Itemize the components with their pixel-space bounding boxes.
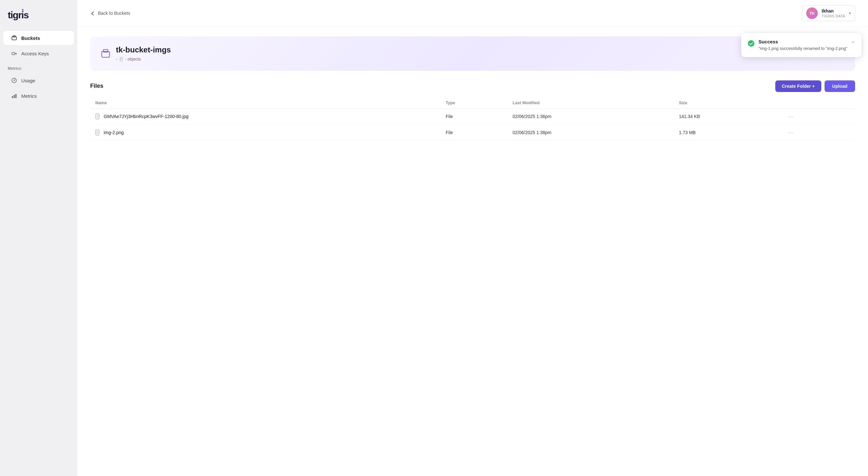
sidebar: tigr i s Buckets Access Keys Metrics bbox=[0, 0, 77, 476]
back-link-label: Back to Buckets bbox=[98, 11, 130, 16]
bucket-card-icon bbox=[100, 48, 111, 59]
metrics-section-label: Metrics bbox=[0, 61, 77, 73]
main-content: Back to Buckets TK tkhan TIGRIS DATA ▾ bbox=[77, 0, 868, 476]
user-name: tkhan bbox=[822, 8, 845, 14]
breadcrumb-objects: - objects bbox=[125, 57, 141, 61]
metrics-icon bbox=[11, 93, 18, 99]
file-last-modified: 02/06/2025 1:36pm bbox=[507, 108, 674, 125]
bucket-header-card: tk-bucket-imgs - - objects bbox=[90, 36, 855, 71]
svg-rect-2 bbox=[12, 53, 15, 55]
file-icon bbox=[95, 130, 100, 136]
file-icon bbox=[95, 113, 100, 120]
toast-content: Success "img-1.png successfully renamed … bbox=[758, 39, 847, 52]
toast-message: "img-1.png successfully renamed to "img-… bbox=[758, 46, 847, 52]
sidebar-item-buckets[interactable]: Buckets bbox=[3, 31, 74, 45]
file-name: GMVAe7JYj3HbnRcpK3wvFF-1200-80.jpg bbox=[104, 114, 189, 119]
file-size: 1.73 MB bbox=[674, 125, 780, 141]
usage-icon bbox=[11, 77, 18, 83]
svg-rect-8 bbox=[12, 96, 13, 98]
col-actions bbox=[780, 97, 855, 109]
toast-success-icon bbox=[748, 39, 755, 47]
file-actions-menu-button[interactable]: ··· bbox=[785, 128, 797, 137]
bucket-name: tk-bucket-imgs bbox=[116, 45, 171, 54]
svg-rect-9 bbox=[14, 95, 15, 98]
files-section: Files Create Folder + Upload Name Type L… bbox=[90, 80, 855, 141]
page-header: Back to Buckets TK tkhan TIGRIS DATA ▾ bbox=[77, 0, 868, 27]
logo-area: tigr i s bbox=[0, 6, 77, 30]
sidebar-item-label-buckets: Buckets bbox=[21, 35, 40, 41]
sidebar-item-metrics[interactable]: Metrics bbox=[3, 89, 74, 103]
sidebar-item-label-access-keys: Access Keys bbox=[21, 51, 49, 56]
file-actions-menu-button[interactable]: ··· bbox=[785, 112, 797, 121]
svg-point-7 bbox=[14, 80, 15, 81]
files-title: Files bbox=[90, 83, 103, 90]
app-logo: tigr i s bbox=[8, 10, 69, 21]
files-table-head: Name Type Last Modified Size bbox=[90, 97, 855, 109]
breadcrumb-sep-icon bbox=[119, 56, 123, 62]
col-type: Type bbox=[440, 97, 507, 109]
sidebar-item-label-usage: Usage bbox=[21, 78, 35, 83]
breadcrumb-dash: - bbox=[116, 57, 117, 61]
key-icon bbox=[11, 50, 18, 57]
col-last-modified: Last Modified bbox=[507, 97, 674, 109]
sidebar-item-label-metrics: Metrics bbox=[21, 93, 37, 99]
svg-rect-1 bbox=[13, 36, 16, 37]
file-type: File bbox=[440, 108, 507, 125]
user-menu[interactable]: TK tkhan TIGRIS DATA ▾ bbox=[802, 5, 855, 21]
files-table-body: GMVAe7JYj3HbnRcpK3wvFF-1200-80.jpg File … bbox=[90, 108, 855, 141]
user-info: tkhan TIGRIS DATA bbox=[822, 8, 845, 18]
files-actions: Create Folder + Upload bbox=[775, 80, 855, 92]
file-last-modified: 02/06/2025 1:38pm bbox=[507, 125, 674, 141]
user-avatar: TK bbox=[806, 7, 818, 19]
toast-close-button[interactable]: × bbox=[851, 39, 855, 45]
svg-point-24 bbox=[748, 40, 754, 47]
user-org: TIGRIS DATA bbox=[822, 14, 845, 18]
upload-button[interactable]: Upload bbox=[825, 80, 855, 92]
sidebar-item-access-keys[interactable]: Access Keys bbox=[3, 46, 74, 61]
success-toast: Success "img-1.png successfully renamed … bbox=[741, 33, 862, 57]
file-name: img-2.png bbox=[104, 130, 124, 135]
chevron-down-icon: ▾ bbox=[849, 11, 851, 15]
sidebar-item-usage[interactable]: Usage bbox=[3, 73, 74, 88]
back-to-buckets-link[interactable]: Back to Buckets bbox=[90, 10, 130, 16]
table-row: GMVAe7JYj3HbnRcpK3wvFF-1200-80.jpg File … bbox=[90, 108, 855, 125]
back-arrow-icon bbox=[90, 10, 95, 16]
file-size: 141.34 KB bbox=[674, 108, 780, 125]
page-content: tk-bucket-imgs - - objects File bbox=[77, 27, 868, 476]
breadcrumb: - - objects bbox=[116, 56, 171, 62]
files-header: Files Create Folder + Upload bbox=[90, 80, 855, 92]
files-table: Name Type Last Modified Size bbox=[90, 97, 855, 141]
bucket-icon bbox=[11, 35, 18, 41]
svg-rect-10 bbox=[16, 94, 17, 98]
toast-title: Success bbox=[758, 39, 847, 44]
table-row: img-2.png File 02/06/2025 1:38pm 1.73 MB… bbox=[90, 125, 855, 141]
col-size: Size bbox=[674, 97, 780, 109]
create-folder-button[interactable]: Create Folder + bbox=[775, 80, 821, 92]
file-type: File bbox=[440, 125, 507, 141]
col-name: Name bbox=[90, 97, 440, 109]
